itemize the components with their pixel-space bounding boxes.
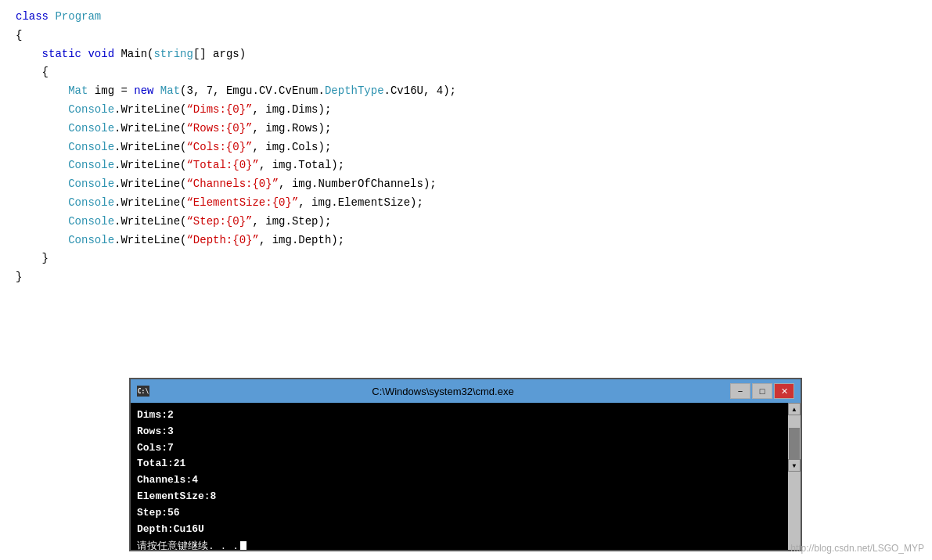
scroll-down-button[interactable]: ▼ xyxy=(788,459,801,472)
cmd-scrollbar[interactable]: ▲ ▼ xyxy=(788,403,801,550)
code-line: Console.WriteLine(“Cols:{0}”, img.Cols); xyxy=(16,138,916,157)
code-line: Mat img = new Mat(3, 7, Emgu.CV.CvEnum.D… xyxy=(16,82,916,101)
code-line: } xyxy=(16,249,916,268)
cmd-output-line: Step:56 xyxy=(137,505,782,522)
cmd-output-line: ElementSize:8 xyxy=(137,489,782,505)
code-area: class Program{ static void Main(string[]… xyxy=(0,0,932,295)
cmd-output-line: Dims:2 xyxy=(137,407,782,424)
restore-button[interactable]: □ xyxy=(752,383,772,399)
cmd-content: Dims:2Rows:3Cols:7Total:21Channels:4Elem… xyxy=(131,403,788,550)
code-line: Console.WriteLine(“Rows:{0}”, img.Rows); xyxy=(16,120,916,138)
code-line: Console.WriteLine(“Channels:{0}”, img.Nu… xyxy=(16,175,916,194)
code-line: } xyxy=(16,268,916,287)
code-line: Console.WriteLine(“ElementSize:{0}”, img… xyxy=(16,194,916,213)
cmd-output-line: Channels:4 xyxy=(137,472,782,489)
cmd-title: C:\Windows\system32\cmd.exe xyxy=(156,386,730,397)
watermark: http://blog.csdn.net/LSGO_MYP xyxy=(790,543,924,554)
code-line: { xyxy=(16,63,916,82)
cmd-body: Dims:2Rows:3Cols:7Total:21Channels:4Elem… xyxy=(131,403,801,550)
code-line: Console.WriteLine(“Step:{0}”, img.Step); xyxy=(16,213,916,232)
code-line: class Program xyxy=(16,8,916,27)
press-any-key-text: 请按任意键继续. . . xyxy=(137,540,239,550)
scrollbar-thumb[interactable] xyxy=(789,428,800,459)
cmd-window: C:\ C:\Windows\system32\cmd.exe − □ ✕ Di… xyxy=(129,378,802,551)
cmd-output-line: Depth:Cu16U xyxy=(137,522,782,538)
cmd-icon: C:\ xyxy=(137,386,149,397)
cursor-block xyxy=(240,541,246,550)
code-line: static void Main(string[] args) xyxy=(16,45,916,64)
cmd-output-line: Total:21 xyxy=(137,456,782,472)
scroll-up-button[interactable]: ▲ xyxy=(788,403,801,415)
cmd-output-line: Rows:3 xyxy=(137,424,782,440)
code-line: { xyxy=(16,27,916,45)
code-line: Console.WriteLine(“Dims:{0}”, img.Dims); xyxy=(16,101,916,120)
cmd-titlebar: C:\ C:\Windows\system32\cmd.exe − □ ✕ xyxy=(131,379,801,403)
code-line: Console.WriteLine(“Depth:{0}”, img.Depth… xyxy=(16,232,916,250)
cmd-output-line: Cols:7 xyxy=(137,440,782,457)
code-line: Console.WriteLine(“Total:{0}”, img.Total… xyxy=(16,156,916,175)
press-any-key-line: 请按任意键继续. . . xyxy=(137,539,782,550)
close-button[interactable]: ✕ xyxy=(774,383,794,399)
cmd-controls: − □ ✕ xyxy=(730,383,794,399)
minimize-button[interactable]: − xyxy=(730,383,750,399)
